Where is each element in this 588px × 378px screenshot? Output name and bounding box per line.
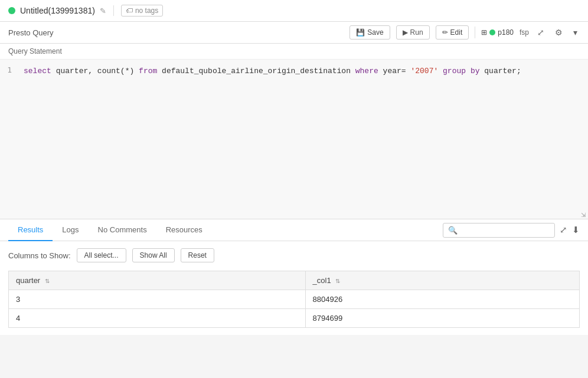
code-text-4: year=	[383, 67, 406, 75]
sort-quarter-icon: ⇅	[45, 278, 50, 284]
cell-col1-0: 8804926	[305, 290, 579, 309]
edit-title-icon[interactable]: ✎	[100, 6, 106, 15]
code-text-1: quarter,	[56, 67, 97, 75]
code-text-7: quarter;	[484, 67, 521, 75]
resize-handle[interactable]: ⇲	[581, 212, 588, 219]
fullscreen-icon[interactable]: ⤢	[560, 225, 567, 235]
code-text-3: default_qubole_airline_origin_destinatio…	[162, 67, 355, 75]
save-icon: 💾	[356, 28, 365, 37]
download-icon[interactable]: ⬇	[572, 225, 580, 235]
toolbar-actions: 💾 Save ▶ Run ✏ Edit ⊞ p180 fsp ⤢ ⚙ ▾	[349, 25, 580, 40]
table-header-row: quarter ⇅ _col1 ⇅	[9, 271, 580, 290]
query-type-label: Presto Query	[8, 28, 54, 37]
columns-row: Columns to Show: All select... Show All …	[8, 248, 580, 262]
reset-button[interactable]: Reset	[181, 248, 214, 262]
expand-button[interactable]: ⤢	[535, 27, 547, 38]
settings-button[interactable]: ⚙	[553, 27, 565, 38]
string-year: '2007'	[410, 67, 438, 75]
run-button[interactable]: ▶ Run	[396, 25, 430, 40]
keyword-by: by	[471, 67, 480, 75]
line-number-1: 1	[6, 65, 12, 74]
keyword-group: group	[443, 67, 466, 75]
query-label: Query Statement	[0, 44, 588, 60]
p180-status-dot	[489, 29, 495, 35]
data-table: quarter ⇅ _col1 ⇅ 3 8804926 4 8794699	[8, 271, 580, 328]
p180-badge: ⊞ p180	[481, 28, 514, 37]
sort-col1-icon: ⇅	[335, 278, 340, 284]
edit-icon: ✏	[442, 28, 448, 37]
tag-badge[interactable]: 🏷 no tags	[121, 5, 163, 17]
table-row: 3 8804926	[9, 290, 580, 309]
cell-col1-1: 8794699	[305, 309, 579, 328]
p180-icon: ⊞	[481, 28, 487, 37]
results-area: Columns to Show: All select... Show All …	[0, 241, 588, 335]
page-title: Untitled(139991381)	[20, 6, 95, 15]
p180-label: p180	[498, 28, 514, 37]
tag-icon: 🏷	[126, 6, 133, 15]
search-icon: 🔍	[448, 226, 458, 235]
tag-label: no tags	[135, 6, 158, 15]
edit-button[interactable]: ✏ Edit	[436, 25, 469, 40]
tabs-right: 🔍 ⤢ ⬇	[443, 223, 580, 238]
keyword-select: select	[24, 67, 51, 75]
search-box[interactable]: 🔍	[443, 223, 555, 238]
tabs: Results Logs No Comments Resources	[8, 219, 212, 241]
cell-quarter-1: 4	[9, 309, 306, 328]
keyword-from: from	[139, 67, 157, 75]
tabs-bar: Results Logs No Comments Resources 🔍 ⤢ ⬇	[0, 219, 588, 241]
settings-dropdown-button[interactable]: ▾	[571, 27, 580, 38]
save-button[interactable]: 💾 Save	[349, 25, 390, 40]
column-header-col1[interactable]: _col1 ⇅	[305, 271, 579, 290]
columns-label: Columns to Show:	[8, 251, 71, 260]
title-divider	[113, 5, 114, 16]
tab-results[interactable]: Results	[8, 219, 53, 241]
query-editor[interactable]: 1 select quarter, count(*) from default_…	[0, 60, 588, 219]
tab-comments[interactable]: No Comments	[89, 219, 156, 241]
all-select-button[interactable]: All select...	[77, 248, 126, 262]
title-bar: Untitled(139991381) ✎ 🏷 no tags	[0, 0, 588, 22]
tab-resources[interactable]: Resources	[156, 219, 212, 241]
fsp-label: fsp	[520, 28, 529, 37]
cell-quarter-0: 3	[9, 290, 306, 309]
run-icon: ▶	[403, 28, 408, 37]
status-dot	[8, 7, 15, 14]
tab-logs[interactable]: Logs	[53, 219, 88, 241]
line-numbers: 1	[0, 65, 18, 213]
code-content[interactable]: select quarter, count(*) from default_qu…	[18, 65, 588, 213]
toolbar-divider	[475, 27, 475, 38]
func-count: count(*)	[97, 67, 134, 75]
search-input[interactable]	[461, 226, 550, 234]
table-row: 4 8794699	[9, 309, 580, 328]
column-header-quarter[interactable]: quarter ⇅	[9, 271, 306, 290]
show-all-button[interactable]: Show All	[132, 248, 175, 262]
keyword-where: where	[355, 67, 378, 75]
query-section: Query Statement 1 select quarter, count(…	[0, 44, 588, 219]
toolbar: Presto Query 💾 Save ▶ Run ✏ Edit ⊞ p180 …	[0, 22, 588, 44]
